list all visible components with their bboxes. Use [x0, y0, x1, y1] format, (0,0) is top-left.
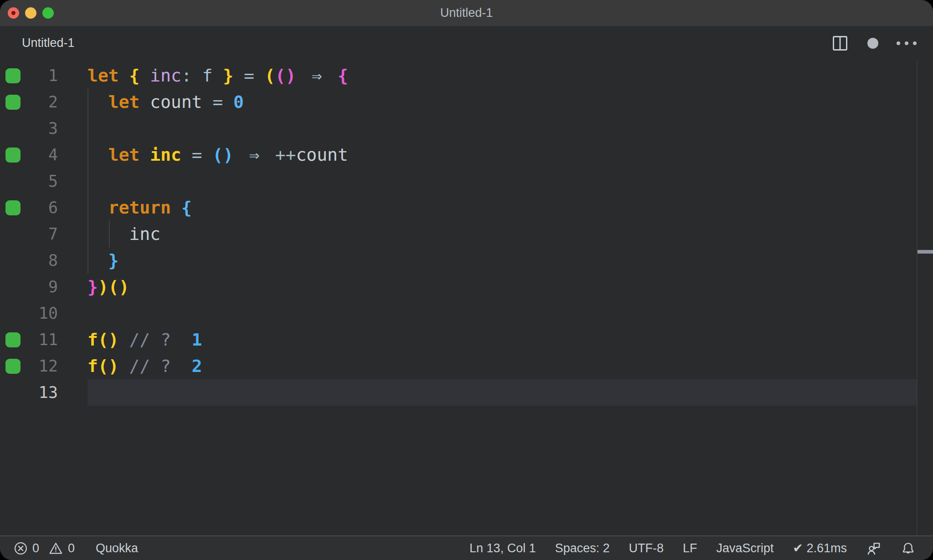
line-number: 10	[0, 304, 58, 322]
problems-status[interactable]: 0 0	[14, 541, 75, 555]
code-line-13[interactable]: 13	[0, 379, 918, 406]
code-line-9[interactable]: 9})()	[0, 274, 918, 300]
code-text: })()	[87, 274, 129, 300]
overview-ruler[interactable]	[917, 60, 933, 535]
editor[interactable]: 1let { inc: f } = (() ⇒ {2 let count = 0…	[0, 60, 933, 535]
line-number: 7	[0, 225, 58, 243]
code-line-2[interactable]: 2 let count = 0	[0, 89, 918, 115]
error-circle-x-icon	[14, 541, 28, 555]
title-bar: Untitled-1	[0, 0, 933, 26]
split-editor-icon[interactable]	[831, 34, 849, 52]
quokka-coverage-marker	[5, 359, 21, 374]
code-line-1[interactable]: 1let { inc: f } = (() ⇒ {	[0, 62, 918, 89]
code-text: inc	[87, 221, 160, 247]
tab-untitled-1[interactable]: Untitled-1	[22, 36, 75, 50]
code-line-7[interactable]: 7 inc	[0, 221, 918, 247]
status-indentation[interactable]: Spaces: 2	[555, 541, 610, 555]
code-line-4[interactable]: 4 let inc = () ⇒ ++count	[0, 142, 918, 168]
status-language-mode[interactable]: JavaScript	[716, 541, 774, 555]
notifications-bell-icon[interactable]	[901, 541, 916, 556]
code-lines: 1let { inc: f } = (() ⇒ {2 let count = 0…	[0, 62, 918, 406]
line-number: 13	[0, 383, 58, 402]
status-bar: 0 0 Quokka Ln 13, Col 1Spaces: 2UTF-8LFJ…	[0, 535, 933, 560]
quokka-coverage-marker	[5, 148, 21, 163]
status-quokka-perf[interactable]: ✔ 2.61ms	[793, 541, 847, 555]
quokka-coverage-marker	[5, 95, 21, 110]
status-cursor-position[interactable]: Ln 13, Col 1	[470, 541, 536, 555]
code-text: }	[87, 247, 119, 274]
editor-header: Untitled-1	[0, 26, 933, 60]
code-text: let inc = () ⇒ ++count	[87, 142, 348, 168]
quokka-coverage-marker	[5, 200, 21, 215]
code-text: let { inc: f } = (() ⇒ {	[87, 62, 348, 89]
editor-actions	[831, 34, 917, 52]
unsaved-dot-icon	[11, 11, 15, 15]
code-line-10[interactable]: 10	[0, 300, 918, 326]
error-count: 0	[32, 541, 39, 555]
quokka-coverage-marker	[5, 332, 21, 347]
status-encoding[interactable]: UTF-8	[629, 541, 664, 555]
status-bar-left: 0 0 Quokka	[14, 541, 138, 555]
line-number: 8	[0, 251, 58, 270]
warning-count: 0	[68, 541, 75, 555]
code-text: f() // ? 2	[87, 353, 202, 379]
vscode-window: Untitled-1 Untitled-1 1let { inc: f } = …	[0, 0, 933, 560]
code-text: return {	[87, 194, 192, 221]
line-number: 3	[0, 119, 58, 137]
code-line-11[interactable]: 11f() // ? 1	[0, 326, 918, 353]
tab-label: Untitled-1	[22, 36, 75, 50]
code-line-6[interactable]: 6 return {	[0, 194, 918, 221]
quokka-coverage-marker	[5, 68, 21, 83]
line-number: 5	[0, 172, 58, 190]
code-text: f() // ? 1	[87, 326, 202, 353]
code-text: let count = 0	[87, 89, 244, 115]
modified-indicator-dot-icon[interactable]	[867, 38, 878, 49]
code-line-5[interactable]: 5	[0, 168, 918, 194]
more-actions-icon[interactable]	[897, 41, 917, 45]
window-title: Untitled-1	[0, 6, 933, 20]
status-bar-right: Ln 13, Col 1Spaces: 2UTF-8LFJavaScript✔ …	[470, 540, 916, 556]
code-line-3[interactable]: 3	[0, 115, 918, 142]
status-eol[interactable]: LF	[683, 541, 697, 555]
line-number: 9	[0, 278, 58, 296]
close-button[interactable]	[8, 7, 19, 19]
code-line-8[interactable]: 8 }	[0, 247, 918, 274]
minimize-button[interactable]	[25, 7, 36, 19]
traffic-lights	[8, 0, 54, 26]
code-line-12[interactable]: 12f() // ? 2	[0, 353, 918, 379]
feedback-person-speech-bubble-icon[interactable]	[866, 540, 882, 556]
maximize-button[interactable]	[42, 7, 54, 19]
status-quokka[interactable]: Quokka	[96, 541, 138, 555]
warning-triangle-icon	[48, 541, 63, 555]
overview-ruler-marker	[918, 250, 933, 254]
